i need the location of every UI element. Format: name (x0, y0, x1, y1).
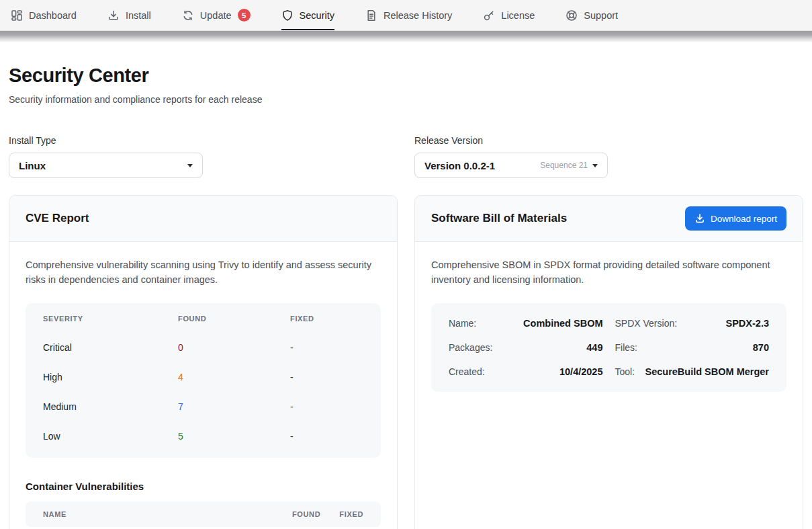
sbom-tool-value: SecureBuild SBOM Merger (645, 366, 769, 377)
found-count: 7 (178, 401, 290, 412)
sbom-name-value: Combined SBOM (523, 318, 602, 329)
col-found: FOUND (178, 315, 290, 323)
main-content: Security Center Security information and… (0, 65, 812, 529)
chevron-down-icon (187, 164, 193, 167)
sbom-info-grid: Name: Combined SBOM SPDX Version: SPDX-2… (431, 303, 786, 392)
severity-name: Medium (43, 401, 178, 412)
install-icon (107, 9, 120, 22)
page-subtitle: Security information and compliance repo… (9, 94, 803, 105)
found-count: 5 (178, 431, 290, 442)
nav-label: Security (300, 10, 334, 21)
dashboard-icon (11, 9, 23, 22)
sbom-card-title: Software Bill of Materials (431, 212, 567, 225)
table-row-medium: Medium 7 - (26, 392, 381, 421)
nav-scroll-shadow (0, 31, 812, 42)
sbom-info-row: Created: 10/4/2025 Tool: SecureBuild SBO… (449, 360, 769, 384)
nav-item-release-history[interactable]: Release History (365, 0, 452, 30)
severity-name: Critical (43, 342, 178, 353)
nav-item-update[interactable]: Update 5 (182, 0, 251, 30)
nav-item-dashboard[interactable]: Dashboard (11, 0, 77, 30)
fixed-count: - (290, 431, 363, 442)
sbom-files-value: 870 (753, 342, 769, 353)
col-found: FOUND (292, 510, 320, 518)
sbom-files-label: Files: (615, 342, 637, 353)
sbom-info-row: Packages: 449 Files: 870 (449, 335, 769, 360)
container-vulnerabilities-title: Container Vulnerabilities (26, 481, 381, 492)
nav-label: Update (200, 10, 232, 21)
update-icon (182, 9, 194, 22)
col-name: NAME (43, 510, 292, 518)
sbom-packages-label: Packages: (449, 342, 492, 353)
release-version-value: Version 0.0.2-1 (424, 160, 495, 171)
nav-item-install[interactable]: Install (107, 0, 151, 30)
release-version-label: Release Version (414, 135, 803, 146)
nav-item-license[interactable]: License (483, 0, 535, 30)
download-icon (694, 213, 705, 224)
license-icon (483, 9, 495, 22)
cve-card-body: Comprehensive vulnerability scanning usi… (9, 242, 397, 529)
table-row-high: High 4 - (26, 362, 381, 392)
cve-card-title: CVE Report (26, 212, 89, 225)
found-count: 0 (178, 342, 290, 353)
nav-item-support[interactable]: Support (566, 0, 618, 30)
col-fixed: FIXED (290, 315, 363, 323)
fixed-count: - (290, 342, 363, 353)
security-icon (281, 9, 294, 22)
sbom-spdx-version-value: SPDX-2.3 (726, 318, 769, 329)
severity-name: High (43, 372, 178, 382)
install-type-filter: Install Type Linux (9, 135, 398, 178)
nav-label: Release History (384, 10, 452, 21)
severity-table: SEVERITY FOUND FIXED Critical 0 - High 4… (26, 303, 381, 458)
container-table-header: NAME FOUND FIXED (26, 501, 381, 527)
sbom-created-label: Created: (449, 366, 485, 377)
release-sequence-label: Sequence 21 (540, 161, 588, 170)
sbom-card-body: Comprehensive SBOM in SPDX format provid… (415, 242, 803, 408)
severity-table-header: SEVERITY FOUND FIXED (26, 304, 381, 333)
found-count: 4 (178, 372, 290, 382)
cve-report-card: CVE Report Comprehensive vulnerability s… (9, 195, 398, 529)
nav-label: Dashboard (29, 10, 77, 21)
update-count-badge: 5 (238, 9, 251, 22)
top-navigation: Dashboard Install Update 5 Security Rele… (0, 0, 812, 31)
sbom-info-row: Name: Combined SBOM SPDX Version: SPDX-2… (449, 311, 769, 335)
severity-name: Low (43, 431, 178, 442)
install-type-select[interactable]: Linux (9, 153, 203, 178)
col-fixed: FIXED (339, 510, 363, 518)
install-type-value: Linux (19, 160, 46, 171)
sbom-description: Comprehensive SBOM in SPDX format provid… (431, 258, 786, 287)
col-severity: SEVERITY (43, 315, 178, 323)
sbom-name-label: Name: (449, 318, 476, 329)
table-row-critical: Critical 0 - (26, 333, 381, 362)
table-row-low: Low 5 - (26, 421, 381, 451)
nav-label: Support (584, 10, 618, 21)
fixed-count: - (290, 372, 363, 382)
cve-description: Comprehensive vulnerability scanning usi… (26, 258, 381, 287)
nav-label: Install (126, 10, 151, 21)
nav-label: License (501, 10, 535, 21)
sbom-tool-label: Tool: (615, 366, 635, 377)
download-report-label: Download report (711, 214, 777, 224)
sbom-card: Software Bill of Materials Download repo… (414, 195, 803, 529)
sbom-spdx-version-label: SPDX Version: (615, 318, 678, 329)
sbom-card-header: Software Bill of Materials Download repo… (415, 196, 803, 242)
cve-card-header: CVE Report (9, 196, 397, 242)
sbom-packages-value: 449 (586, 342, 602, 353)
release-version-filter: Release Version Version 0.0.2-1 Sequence… (414, 135, 803, 178)
filters-row: Install Type Linux Release Version Versi… (9, 135, 803, 178)
support-icon (566, 9, 578, 22)
nav-item-security[interactable]: Security (281, 0, 334, 30)
chevron-down-icon (592, 164, 598, 167)
cards-row: CVE Report Comprehensive vulnerability s… (9, 195, 803, 529)
install-type-label: Install Type (9, 135, 398, 146)
release-history-icon (365, 9, 377, 22)
page-title: Security Center (9, 65, 803, 87)
release-version-select[interactable]: Version 0.0.2-1 Sequence 21 (414, 153, 608, 178)
sbom-created-value: 10/4/2025 (559, 366, 603, 377)
download-report-button[interactable]: Download report (685, 206, 786, 231)
fixed-count: - (290, 401, 363, 412)
